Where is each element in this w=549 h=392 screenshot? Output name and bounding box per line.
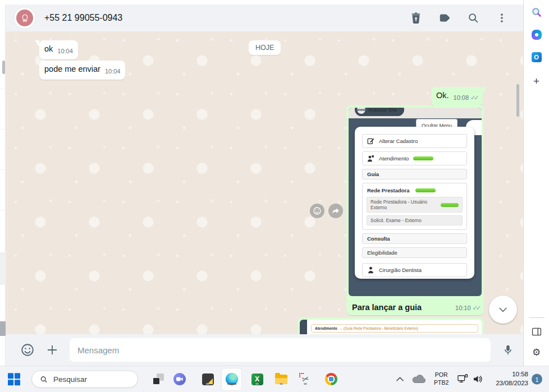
chatlist-edge-panel xyxy=(0,4,6,366)
tray-date: 23/08/2023 xyxy=(486,379,528,388)
tray-time: 10:58 xyxy=(486,370,528,379)
message-composer xyxy=(6,334,523,366)
attached-screenshot[interactable]: WWW Acessar Site Ocultar Menu Alterar Ca… xyxy=(349,108,482,296)
message-time: 10:08✓✓ xyxy=(454,93,478,103)
globe-icon: WWW xyxy=(357,108,365,114)
taskbar-search[interactable]: Pesquisar xyxy=(31,371,138,388)
menu-item-atendimento: Atendimento xyxy=(362,151,467,165)
chat-header: +55 21 99055-0943 xyxy=(6,4,523,31)
chat-messages-area: HOJE ok10:04 pode me enviar10:04 Ok.10:0… xyxy=(6,31,523,334)
image-caption: Para lançar a guia xyxy=(352,303,422,312)
access-site-button: WWW Acessar Site xyxy=(355,108,404,116)
date-chip: HOJE xyxy=(249,40,281,55)
menu-item-elegibilidade: Elegibilidade xyxy=(362,247,467,258)
delete-chat-icon[interactable] xyxy=(409,11,423,25)
delivered-ticks-icon: ✓✓ xyxy=(473,305,479,311)
notes-app-button[interactable] xyxy=(201,372,214,386)
message-time: 10:10✓✓ xyxy=(455,305,479,312)
excel-button[interactable]: X xyxy=(250,372,264,386)
network-icon[interactable] xyxy=(457,374,468,384)
incoming-message[interactable]: pode me enviar10:04 xyxy=(39,61,125,80)
divider xyxy=(0,169,6,170)
contact-avatar[interactable] xyxy=(13,7,36,29)
window-top-strip xyxy=(0,0,523,4)
chatlist-selected-row-edge xyxy=(0,252,6,285)
message-time: 10:04 xyxy=(57,46,73,57)
tray-chevron-up-icon[interactable] xyxy=(396,377,404,381)
divider xyxy=(0,129,6,130)
message-text: Ok. xyxy=(436,91,449,100)
contact-phone-number[interactable]: +55 21 99055-0943 xyxy=(44,13,409,23)
volume-icon[interactable] xyxy=(473,375,483,384)
chatlist-scrollbar-thumb[interactable] xyxy=(2,61,5,74)
attached-screenshot: Atendimento → (Guia Rede Prestadora - Be… xyxy=(300,320,482,334)
file-explorer-button[interactable] xyxy=(274,372,288,386)
menu-item-alterar-cadastro: Alterar Cadastro xyxy=(362,134,467,148)
snipping-tool-button[interactable]: ✂ xyxy=(299,372,312,386)
chrome-button[interactable] xyxy=(324,372,338,386)
emoji-picker-icon[interactable] xyxy=(20,343,35,357)
edit-icon xyxy=(367,137,374,145)
edge-browser-button[interactable] xyxy=(225,372,239,386)
search-icon[interactable] xyxy=(466,11,480,25)
delivered-ticks-icon: ✓✓ xyxy=(470,94,477,101)
message-input[interactable] xyxy=(70,338,491,362)
chatlist-scrollbar-bottom[interactable] xyxy=(0,321,6,336)
dentist-icon xyxy=(367,266,374,274)
sidebar-panel-icon[interactable] xyxy=(532,328,541,336)
add-sidebar-item-icon[interactable]: + xyxy=(533,75,539,87)
menu-item-consulta: Consulta xyxy=(362,233,467,244)
menu-item-guia: Guia xyxy=(362,169,467,179)
green-status-pill xyxy=(415,188,436,192)
message-time: 10:04 xyxy=(105,66,121,77)
green-status-pill xyxy=(441,203,459,207)
search-placeholder: Pesquisar xyxy=(53,375,87,384)
start-button[interactable] xyxy=(8,373,20,385)
menu-item-cirurgiao-dentista: Cirurgião Dentista xyxy=(362,263,467,277)
screenshot-breadcrumb: Atendimento → (Guia Rede Prestadora - Be… xyxy=(311,324,478,333)
onedrive-cloud-icon[interactable] xyxy=(411,375,426,384)
bing-search-icon[interactable] xyxy=(531,7,542,18)
screenshot-menu-panel: Alterar Cadastro Atendimento Guia Rede P… xyxy=(355,127,474,279)
incoming-message[interactable]: ok10:04 xyxy=(39,40,78,59)
menu-kebab-icon[interactable] xyxy=(495,11,509,25)
forward-message-button[interactable] xyxy=(328,204,343,218)
windows-taskbar: Pesquisar X ✂ PORPTB2 10:58 23/08/2023 xyxy=(0,366,549,392)
message-text: pode me enviar xyxy=(44,64,100,73)
person-icon xyxy=(367,155,374,162)
divider xyxy=(0,210,6,210)
divider xyxy=(0,89,6,89)
sidebar-settings-gear-icon[interactable]: ⚙ xyxy=(532,347,541,358)
attach-plus-icon[interactable] xyxy=(46,344,58,356)
task-view-button[interactable] xyxy=(152,372,165,386)
outgoing-image-message-partial[interactable]: Atendimento → (Guia Rede Prestadora - Be… xyxy=(298,317,484,334)
edge-sidebar: O + ⚙ xyxy=(523,0,549,366)
sidebar-divider xyxy=(529,317,545,318)
menu-item-rede-usuario-externo: Rede Prestadora - Usuário Externo xyxy=(367,197,463,213)
message-text: ok xyxy=(44,44,53,53)
green-status-pill xyxy=(413,156,433,160)
whatsapp-window: +55 21 99055-0943 HOJE ok10:04 pode me e… xyxy=(6,4,523,366)
microphone-icon[interactable] xyxy=(502,344,514,356)
microsoft-365-icon[interactable] xyxy=(532,30,542,40)
label-icon[interactable] xyxy=(438,11,451,25)
screenshot-top-strip: WWW Acessar Site xyxy=(349,108,482,118)
search-icon xyxy=(40,375,48,383)
tooth-logo-icon xyxy=(16,10,33,26)
scroll-to-bottom-button[interactable] xyxy=(489,296,517,324)
teams-chat-button[interactable] xyxy=(173,372,186,386)
language-indicator[interactable]: PORPTB2 xyxy=(434,371,449,386)
chat-scrollbar-thumb[interactable] xyxy=(516,84,519,117)
menu-item-solicit-exame: Solicit. Exame - Externo xyxy=(367,215,463,225)
outgoing-message[interactable]: Ok.10:08✓✓ xyxy=(431,87,483,106)
notification-badge[interactable]: 1 xyxy=(532,374,542,385)
clock[interactable]: 10:58 23/08/2023 xyxy=(486,370,528,388)
outgoing-image-message[interactable]: WWW Acessar Site Ocultar Menu Alterar Ca… xyxy=(346,105,484,315)
outlook-icon[interactable]: O xyxy=(532,52,542,62)
menu-group-rede-prestadora: Rede Prestadora Rede Prestadora - Usuári… xyxy=(362,183,467,230)
screenshot-menu-edge xyxy=(300,320,307,334)
react-emoji-button[interactable] xyxy=(310,204,324,218)
